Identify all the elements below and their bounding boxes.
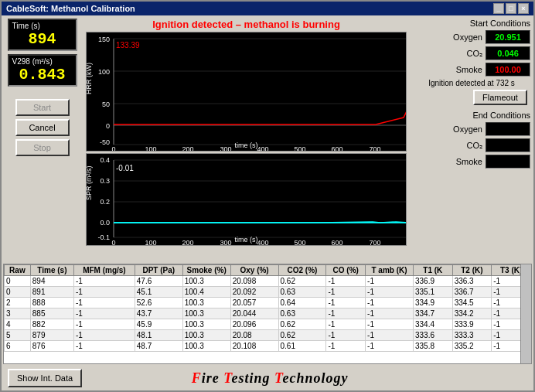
table-cell: 100.4 xyxy=(182,287,230,298)
svg-text:SPR (m²/s): SPR (m²/s) xyxy=(87,166,93,201)
stop-button[interactable]: Stop xyxy=(15,139,70,156)
table-cell: 334.7 xyxy=(413,308,452,319)
footer-logo-fire: Fire xyxy=(192,370,220,386)
table-col-header: T1 (K xyxy=(413,265,452,276)
svg-text:100: 100 xyxy=(145,145,156,152)
svg-text:400: 400 xyxy=(257,145,268,152)
table-col-header: Time (s) xyxy=(30,265,73,276)
table-cell: 100.3 xyxy=(182,330,230,341)
table-cell: -1 xyxy=(366,287,414,298)
table-cell: 100.3 xyxy=(182,308,230,319)
table-row: 2888-152.6100.320.0570.64-1-1334.9334.5-… xyxy=(5,298,531,308)
window-title: CableSoft: Methanol Calibration xyxy=(6,4,135,13)
svg-text:100: 100 xyxy=(98,68,110,76)
table-row: 0894-147.6100.320.0980.62-1-1336.9336.3-… xyxy=(5,276,531,287)
footer-bar: Show Int. Data Fire Testing Technology xyxy=(2,366,533,390)
show-int-button[interactable]: Show Int. Data xyxy=(8,369,82,387)
main-content: Time (s) 894 V298 (m²/s) 0.843 Start Can… xyxy=(2,15,533,262)
oxygen-end-label: Oxygen xyxy=(453,124,482,134)
flameout-button[interactable]: Flameout xyxy=(473,90,527,105)
table-cell: -1 xyxy=(74,330,135,341)
table-cell: -1 xyxy=(326,330,366,341)
co2-end-row: CO₂ xyxy=(413,138,530,152)
data-table-container[interactable]: RawTime (s)MFM (mg/s)DPT (Pa)Smoke (%)Ox… xyxy=(3,264,532,364)
maximize-button[interactable]: □ xyxy=(506,3,516,14)
close-button[interactable]: × xyxy=(518,3,529,14)
table-cell: 334.2 xyxy=(452,308,492,319)
co2-start-row: CO₂ 0.046 xyxy=(413,46,530,60)
svg-text:400: 400 xyxy=(257,239,268,246)
svg-text:200: 200 xyxy=(182,145,193,152)
table-cell: 48.1 xyxy=(135,330,182,341)
table-cell: 100.3 xyxy=(182,319,230,330)
table-cell: 0 xyxy=(5,276,31,287)
v298-metric-box: V298 (m²/s) 0.843 xyxy=(8,54,77,87)
svg-text:-0.01: -0.01 xyxy=(116,164,134,172)
table-cell: 0.64 xyxy=(278,298,326,308)
co2-start-value: 0.046 xyxy=(486,46,530,60)
table-cell: 100.3 xyxy=(182,341,230,352)
table-row: 6876-148.7100.320.1080.61-1-1335.8335.2-… xyxy=(5,341,531,352)
start-button[interactable]: Start xyxy=(15,99,70,116)
start-conditions-title: Start Conditions xyxy=(413,19,530,28)
svg-text:50: 50 xyxy=(102,101,110,108)
table-col-header: CO2 (%) xyxy=(278,265,326,276)
svg-text:300: 300 xyxy=(220,239,231,246)
hrr-x-label: time (s) xyxy=(235,141,258,149)
table-cell: 20.08 xyxy=(230,330,278,341)
spr-chart-svg: 0.4 0.3 0.2 0.0 -0.1 0 100 200 300 400 5… xyxy=(87,154,407,246)
table-cell: 20.096 xyxy=(230,319,278,330)
svg-text:0: 0 xyxy=(111,145,115,152)
table-col-header: MFM (mg/s) xyxy=(74,265,135,276)
table-cell: 5 xyxy=(5,330,31,341)
table-col-header: Oxy (%) xyxy=(230,265,278,276)
svg-text:133.39: 133.39 xyxy=(116,41,140,49)
svg-text:0: 0 xyxy=(111,239,115,246)
main-window: CableSoft: Methanol Calibration _ □ × Ti… xyxy=(0,0,535,392)
table-cell: -1 xyxy=(326,341,366,352)
table-cell: 0.63 xyxy=(278,287,326,298)
smoke-start-label: Smoke xyxy=(456,65,482,74)
table-cell: -1 xyxy=(366,298,414,308)
table-cell: 20.108 xyxy=(230,341,278,352)
table-cell: 43.7 xyxy=(135,308,182,319)
table-cell: 52.6 xyxy=(135,298,182,308)
svg-text:0.0: 0.0 xyxy=(100,219,110,227)
table-cell: 20.057 xyxy=(230,298,278,308)
data-table: RawTime (s)MFM (mg/s)DPT (Pa)Smoke (%)Ox… xyxy=(4,264,531,352)
svg-text:150: 150 xyxy=(98,36,110,43)
table-cell: 336.7 xyxy=(452,287,492,298)
v298-label: V298 (m²/s) xyxy=(12,57,73,66)
table-scrollbar[interactable] xyxy=(520,264,531,363)
table-cell: 20.092 xyxy=(230,287,278,298)
table-cell: 100.3 xyxy=(182,276,230,287)
hrr-chart: 150 100 50 0 -50 0 100 200 300 400 500 6… xyxy=(86,32,407,152)
svg-rect-0 xyxy=(87,32,407,152)
alert-text: Ignition detected – methanol is burning xyxy=(86,19,407,30)
table-row: 4882-145.9100.320.0960.62-1-1334.4333.9-… xyxy=(5,319,531,330)
svg-text:100: 100 xyxy=(145,239,156,246)
table-cell: 0.62 xyxy=(278,319,326,330)
cancel-button[interactable]: Cancel xyxy=(15,119,70,136)
footer-logo-testing: Testing xyxy=(223,370,270,386)
table-cell: 20.098 xyxy=(230,276,278,287)
table-cell: 45.9 xyxy=(135,319,182,330)
end-conditions-title: End Conditions xyxy=(413,111,530,120)
table-cell: 333.6 xyxy=(413,330,452,341)
table-col-header: T amb (K) xyxy=(366,265,414,276)
svg-text:0: 0 xyxy=(106,122,110,130)
title-bar: CableSoft: Methanol Calibration _ □ × xyxy=(2,2,533,15)
v298-value: 0.843 xyxy=(12,66,73,84)
table-cell: -1 xyxy=(366,276,414,287)
table-cell: 336.9 xyxy=(413,276,452,287)
table-cell: 3 xyxy=(5,308,31,319)
table-cell: 336.3 xyxy=(452,276,492,287)
table-cell: 0 xyxy=(5,287,31,298)
svg-text:700: 700 xyxy=(369,145,380,152)
table-cell: -1 xyxy=(74,341,135,352)
table-cell: -1 xyxy=(326,287,366,298)
minimize-button[interactable]: _ xyxy=(493,3,504,14)
table-header: RawTime (s)MFM (mg/s)DPT (Pa)Smoke (%)Ox… xyxy=(5,265,531,276)
table-cell: -1 xyxy=(74,319,135,330)
table-cell: 4 xyxy=(5,319,31,330)
